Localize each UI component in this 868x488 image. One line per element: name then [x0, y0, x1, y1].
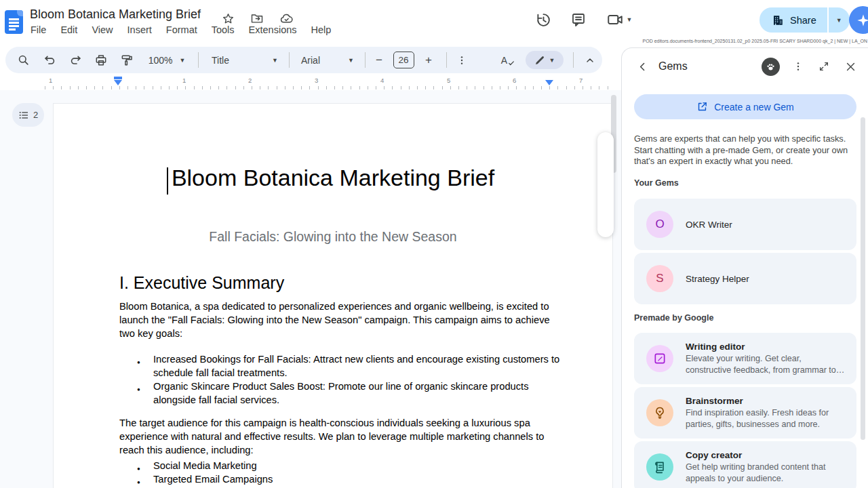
undo-button[interactable] — [37, 47, 62, 73]
gem-avatar: S — [646, 265, 673, 292]
first-line-indent-marker[interactable] — [114, 77, 122, 79]
ruler[interactable]: 1 1 2 3 4 5 6 7 — [0, 76, 618, 90]
menu-bar: File Edit View Insert Format Tools Exten… — [31, 24, 331, 35]
close-icon — [845, 61, 856, 73]
check-icon — [508, 60, 515, 66]
pen-icon — [534, 55, 545, 66]
zoom-select[interactable]: 100%▼ — [140, 47, 194, 73]
lightbulb-icon — [646, 399, 673, 426]
side-panel-drag-handle[interactable] — [597, 132, 614, 237]
redo-icon — [69, 54, 82, 66]
google-docs-logo-icon[interactable] — [5, 10, 23, 34]
undo-icon — [43, 54, 56, 66]
chevron-up-icon — [585, 55, 595, 66]
menu-file[interactable]: File — [31, 24, 46, 35]
menu-view[interactable]: View — [92, 24, 113, 35]
organization-icon — [772, 14, 784, 26]
print-icon — [94, 54, 108, 67]
version-history-icon[interactable] — [534, 10, 553, 29]
pen-mode-button[interactable]: ▼ — [526, 51, 564, 69]
doc-paragraph[interactable]: Bloom Botanica, a spa dedicated to perso… — [119, 300, 567, 340]
search-menus-button[interactable] — [11, 47, 35, 73]
share-dropdown-button[interactable]: ▼ — [829, 7, 850, 33]
close-panel-button[interactable] — [843, 57, 858, 76]
paw-feedback-button[interactable] — [762, 58, 780, 76]
doc-bullet-item[interactable]: Organic Skincare Product Sales Boost: Pr… — [119, 380, 567, 407]
doc-bullet-list: Increased Bookings for Fall Facials: Att… — [119, 352, 567, 407]
gem-card-okr-writer[interactable]: O OKR Writer — [634, 199, 856, 250]
doc-heading1-text[interactable]: I. Executive Summary — [119, 273, 284, 293]
panel-scrollbar[interactable] — [861, 117, 865, 440]
back-button[interactable] — [634, 58, 650, 75]
doc-bullet-list: Social Media Marketing Targeted Email Ca… — [119, 459, 567, 488]
paragraph-style-select[interactable]: Title▼ — [203, 47, 286, 73]
increase-font-size-button[interactable]: + — [418, 47, 439, 73]
chevron-down-icon: ▼ — [179, 57, 185, 64]
document-outline-button[interactable]: 2 — [12, 103, 44, 127]
build-info-text: POD editors.documents-frontend_20250131.… — [643, 39, 867, 43]
chevron-down-icon: ▼ — [549, 57, 555, 64]
share-button[interactable]: Share — [760, 7, 827, 33]
doc-bullet-item[interactable]: Targeted Email Campaigns — [119, 472, 567, 486]
menu-format[interactable]: Format — [166, 24, 197, 35]
panel-title: Gems — [658, 60, 688, 73]
outline-list-icon — [18, 110, 29, 121]
video-call-caret-icon[interactable]: ▼ — [627, 16, 633, 23]
font-family-select[interactable]: Arial▼ — [294, 47, 361, 73]
gems-side-panel: Gems Create a new Gem Gems are experts t… — [621, 47, 868, 488]
menu-help[interactable]: Help — [311, 24, 332, 35]
gem-avatar: O — [646, 211, 673, 238]
doc-paragraph[interactable]: The target audience for this campaign is… — [119, 416, 567, 457]
create-new-gem-button[interactable]: Create a new Gem — [634, 94, 856, 119]
font-size-input[interactable]: 26 — [390, 47, 417, 73]
gem-card-writing-editor[interactable]: Writing editor Elevate your writing. Get… — [634, 333, 856, 384]
expand-panel-button[interactable] — [816, 57, 831, 76]
toolbar: 100%▼ Title▼ Arial▼ − 26 + A ▼ — [5, 47, 602, 73]
open-in-new-icon — [696, 101, 708, 113]
menu-edit[interactable]: Edit — [60, 24, 77, 35]
search-icon — [17, 54, 30, 66]
document-title[interactable]: Bloom Botanica Marketing Brief — [30, 7, 201, 22]
share-label: Share — [790, 15, 816, 26]
decrease-font-size-button[interactable]: − — [369, 47, 389, 73]
your-gems-label: Your Gems — [634, 178, 679, 188]
chevron-down-icon: ▼ — [348, 57, 354, 64]
proofread-button[interactable]: A — [496, 47, 520, 73]
doc-subtitle-text[interactable]: Fall Facials: Glowing into the New Seaso… — [54, 229, 612, 245]
gem-card-brainstormer[interactable]: Brainstormer Find inspiration easily. Fr… — [634, 387, 856, 439]
app-header: Bloom Botanica Marketing Brief File Edit… — [0, 0, 868, 44]
menu-extensions[interactable]: Extensions — [249, 24, 297, 35]
panel-more-options-button[interactable] — [791, 57, 805, 76]
gems-description: Gems are experts that can help you with … — [634, 134, 859, 167]
doc-bullet-item[interactable]: Increased Bookings for Fall Facials: Att… — [119, 352, 567, 380]
hide-menus-button[interactable] — [578, 47, 601, 73]
more-toolbar-options-button[interactable] — [452, 47, 472, 73]
redo-button[interactable] — [63, 47, 87, 73]
document-canvas: 2 Bloom Botanica Marketing Brief Fall Fa… — [0, 90, 621, 488]
doc-title-text[interactable]: Bloom Botanica Marketing Brief — [54, 165, 612, 191]
vertical-dots-icon — [456, 55, 467, 66]
document-page[interactable]: Bloom Botanica Marketing Brief Fall Faci… — [53, 103, 613, 488]
chevron-left-icon — [637, 61, 648, 73]
comments-icon[interactable] — [569, 10, 588, 29]
gem-card-strategy-helper[interactable]: S Strategy Helper — [634, 253, 856, 304]
open-in-full-icon — [818, 61, 829, 72]
video-call-icon[interactable]: ▼ — [604, 10, 634, 29]
right-indent-marker[interactable] — [545, 80, 553, 85]
doc-bullet-item[interactable]: Social Media Marketing — [119, 459, 567, 472]
paw-icon — [765, 61, 776, 73]
print-button[interactable] — [89, 47, 113, 73]
menu-insert[interactable]: Insert — [127, 24, 152, 35]
sparkle-icon — [856, 13, 868, 28]
vertical-dots-icon — [793, 61, 804, 72]
gemini-ask-button[interactable] — [849, 6, 868, 34]
writing-editor-icon — [646, 345, 673, 372]
paint-roller-icon — [120, 54, 134, 67]
left-indent-marker[interactable] — [114, 80, 122, 85]
chevron-down-icon: ▼ — [272, 57, 278, 64]
paint-format-button[interactable] — [115, 47, 139, 73]
gem-card-copy-creator[interactable]: Copy creator Get help writing branded co… — [634, 441, 856, 488]
outline-badge-count: 2 — [33, 110, 38, 120]
premade-by-google-label: Premade by Google — [634, 313, 713, 323]
menu-tools[interactable]: Tools — [212, 24, 235, 35]
